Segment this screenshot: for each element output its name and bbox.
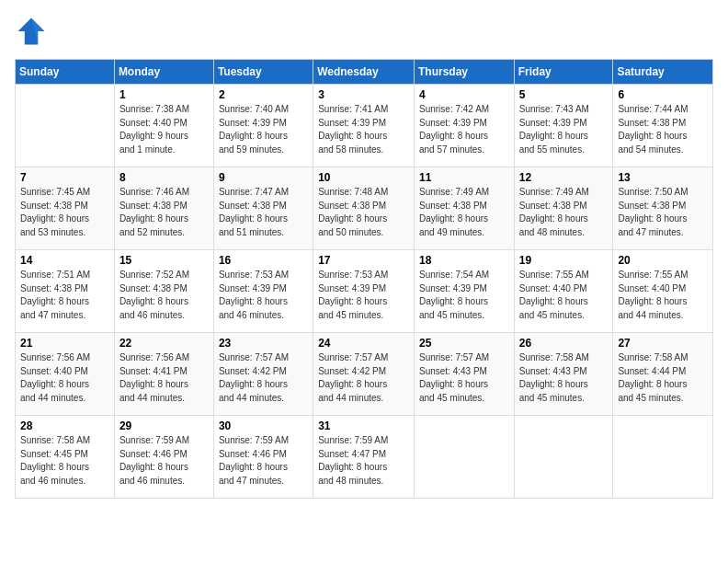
calendar-cell: 9Sunrise: 7:47 AM Sunset: 4:38 PM Daylig… [213, 167, 313, 250]
day-info: Sunrise: 7:58 AM Sunset: 4:45 PM Dayligh… [20, 434, 109, 488]
calendar-cell: 31Sunrise: 7:59 AM Sunset: 4:47 PM Dayli… [313, 416, 415, 499]
calendar-week-row: 7Sunrise: 7:45 AM Sunset: 4:38 PM Daylig… [16, 167, 713, 250]
day-info: Sunrise: 7:58 AM Sunset: 4:44 PM Dayligh… [618, 351, 708, 405]
day-info: Sunrise: 7:47 AM Sunset: 4:38 PM Dayligh… [219, 186, 308, 239]
day-info: Sunrise: 7:58 AM Sunset: 4:43 PM Dayligh… [519, 351, 609, 405]
calendar-week-row: 21Sunrise: 7:56 AM Sunset: 4:40 PM Dayli… [16, 333, 713, 416]
day-info: Sunrise: 7:56 AM Sunset: 4:40 PM Dayligh… [20, 351, 109, 405]
calendar-cell: 24Sunrise: 7:57 AM Sunset: 4:42 PM Dayli… [313, 333, 415, 416]
day-number: 9 [219, 171, 308, 184]
day-number: 10 [318, 171, 409, 184]
day-info: Sunrise: 7:42 AM Sunset: 4:39 PM Dayligh… [419, 103, 509, 156]
weekday-header: Thursday [414, 60, 514, 85]
day-info: Sunrise: 7:50 AM Sunset: 4:38 PM Dayligh… [618, 186, 708, 239]
calendar-cell: 19Sunrise: 7:55 AM Sunset: 4:40 PM Dayli… [514, 250, 613, 333]
day-number: 1 [119, 88, 209, 101]
day-info: Sunrise: 7:49 AM Sunset: 4:38 PM Dayligh… [519, 186, 609, 239]
calendar-cell: 3Sunrise: 7:41 AM Sunset: 4:39 PM Daylig… [313, 85, 415, 167]
day-info: Sunrise: 7:53 AM Sunset: 4:39 PM Dayligh… [219, 269, 308, 322]
day-number: 2 [219, 88, 308, 101]
calendar-cell [16, 85, 115, 167]
calendar-week-row: 28Sunrise: 7:58 AM Sunset: 4:45 PM Dayli… [16, 416, 713, 499]
calendar-cell: 10Sunrise: 7:48 AM Sunset: 4:38 PM Dayli… [313, 167, 415, 250]
calendar-cell: 7Sunrise: 7:45 AM Sunset: 4:38 PM Daylig… [16, 167, 115, 250]
calendar-cell: 11Sunrise: 7:49 AM Sunset: 4:38 PM Dayli… [414, 167, 514, 250]
calendar-cell: 29Sunrise: 7:59 AM Sunset: 4:46 PM Dayli… [114, 416, 213, 499]
day-number: 8 [119, 171, 209, 184]
calendar-cell: 20Sunrise: 7:55 AM Sunset: 4:40 PM Dayli… [613, 250, 713, 333]
calendar-cell: 16Sunrise: 7:53 AM Sunset: 4:39 PM Dayli… [213, 250, 313, 333]
day-info: Sunrise: 7:41 AM Sunset: 4:39 PM Dayligh… [318, 103, 409, 156]
calendar-cell: 28Sunrise: 7:58 AM Sunset: 4:45 PM Dayli… [16, 416, 115, 499]
day-number: 28 [20, 419, 109, 432]
day-number: 29 [119, 419, 209, 432]
day-info: Sunrise: 7:49 AM Sunset: 4:38 PM Dayligh… [419, 186, 509, 239]
day-number: 14 [20, 254, 109, 267]
day-number: 21 [20, 337, 109, 350]
calendar-cell [414, 416, 514, 499]
day-number: 22 [119, 337, 209, 350]
day-number: 24 [318, 337, 409, 350]
day-info: Sunrise: 7:51 AM Sunset: 4:38 PM Dayligh… [20, 269, 109, 322]
weekday-header: Saturday [613, 60, 713, 85]
calendar-cell: 12Sunrise: 7:49 AM Sunset: 4:38 PM Dayli… [514, 167, 613, 250]
day-info: Sunrise: 7:57 AM Sunset: 4:42 PM Dayligh… [219, 351, 308, 405]
calendar-cell: 27Sunrise: 7:58 AM Sunset: 4:44 PM Dayli… [613, 333, 713, 416]
calendar-cell: 4Sunrise: 7:42 AM Sunset: 4:39 PM Daylig… [414, 85, 514, 167]
weekday-header: Wednesday [313, 60, 415, 85]
day-info: Sunrise: 7:57 AM Sunset: 4:43 PM Dayligh… [419, 351, 509, 405]
day-number: 20 [618, 254, 708, 267]
calendar-cell: 1Sunrise: 7:38 AM Sunset: 4:40 PM Daylig… [114, 85, 213, 167]
calendar-cell: 22Sunrise: 7:56 AM Sunset: 4:41 PM Dayli… [114, 333, 213, 416]
calendar-week-row: 14Sunrise: 7:51 AM Sunset: 4:38 PM Dayli… [16, 250, 713, 333]
day-info: Sunrise: 7:54 AM Sunset: 4:39 PM Dayligh… [419, 269, 509, 322]
calendar-cell: 21Sunrise: 7:56 AM Sunset: 4:40 PM Dayli… [16, 333, 115, 416]
calendar-cell: 13Sunrise: 7:50 AM Sunset: 4:38 PM Dayli… [613, 167, 713, 250]
calendar-cell: 18Sunrise: 7:54 AM Sunset: 4:39 PM Dayli… [414, 250, 514, 333]
calendar-cell [613, 416, 713, 499]
calendar-cell: 14Sunrise: 7:51 AM Sunset: 4:38 PM Dayli… [16, 250, 115, 333]
day-number: 11 [419, 171, 509, 184]
day-number: 31 [318, 419, 409, 432]
day-info: Sunrise: 7:59 AM Sunset: 4:46 PM Dayligh… [119, 434, 209, 488]
day-info: Sunrise: 7:38 AM Sunset: 4:40 PM Dayligh… [119, 103, 209, 156]
day-number: 26 [519, 337, 609, 350]
calendar-cell: 23Sunrise: 7:57 AM Sunset: 4:42 PM Dayli… [213, 333, 313, 416]
day-number: 19 [519, 254, 609, 267]
calendar-cell: 2Sunrise: 7:40 AM Sunset: 4:39 PM Daylig… [213, 85, 313, 167]
day-info: Sunrise: 7:52 AM Sunset: 4:38 PM Dayligh… [119, 269, 209, 322]
day-number: 30 [219, 419, 308, 432]
day-number: 25 [419, 337, 509, 350]
page-header [15, 15, 713, 48]
calendar-cell: 17Sunrise: 7:53 AM Sunset: 4:39 PM Dayli… [313, 250, 415, 333]
day-number: 15 [119, 254, 209, 267]
day-info: Sunrise: 7:59 AM Sunset: 4:46 PM Dayligh… [219, 434, 308, 488]
weekday-header: Monday [114, 60, 213, 85]
day-number: 4 [419, 88, 509, 101]
day-number: 23 [219, 337, 308, 350]
calendar-cell: 26Sunrise: 7:58 AM Sunset: 4:43 PM Dayli… [514, 333, 613, 416]
day-info: Sunrise: 7:48 AM Sunset: 4:38 PM Dayligh… [318, 186, 409, 239]
calendar-cell [514, 416, 613, 499]
day-info: Sunrise: 7:56 AM Sunset: 4:41 PM Dayligh… [119, 351, 209, 405]
weekday-header: Friday [514, 60, 613, 85]
day-number: 27 [618, 337, 708, 350]
calendar-week-row: 1Sunrise: 7:38 AM Sunset: 4:40 PM Daylig… [16, 85, 713, 167]
weekday-header: Sunday [16, 60, 115, 85]
calendar-cell: 8Sunrise: 7:46 AM Sunset: 4:38 PM Daylig… [114, 167, 213, 250]
calendar-table: SundayMondayTuesdayWednesdayThursdayFrid… [15, 59, 713, 499]
day-info: Sunrise: 7:55 AM Sunset: 4:40 PM Dayligh… [519, 269, 609, 322]
day-info: Sunrise: 7:40 AM Sunset: 4:39 PM Dayligh… [219, 103, 308, 156]
calendar-cell: 25Sunrise: 7:57 AM Sunset: 4:43 PM Dayli… [414, 333, 514, 416]
day-number: 16 [219, 254, 308, 267]
day-number: 7 [20, 171, 109, 184]
day-number: 6 [618, 88, 708, 101]
day-number: 17 [318, 254, 409, 267]
logo-icon [15, 15, 48, 48]
day-number: 13 [618, 171, 708, 184]
calendar-cell: 15Sunrise: 7:52 AM Sunset: 4:38 PM Dayli… [114, 250, 213, 333]
day-number: 12 [519, 171, 609, 184]
calendar-cell: 30Sunrise: 7:59 AM Sunset: 4:46 PM Dayli… [213, 416, 313, 499]
day-number: 3 [318, 88, 409, 101]
logo [15, 15, 51, 48]
